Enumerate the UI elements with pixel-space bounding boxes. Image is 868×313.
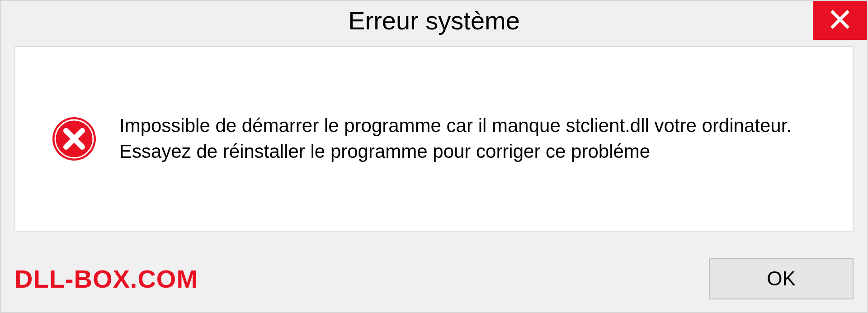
footer: DLL-BOX.COM OK (14, 256, 854, 301)
content-area: Impossible de démarrer le programme car … (14, 46, 854, 232)
error-icon (52, 116, 97, 161)
error-dialog: Erreur système Impossible de démarrer le… (0, 0, 868, 313)
close-icon (830, 9, 850, 31)
close-button[interactable] (813, 1, 867, 40)
dialog-title: Erreur système (348, 6, 520, 35)
error-message: Impossible de démarrer le programme car … (119, 113, 797, 164)
ok-button[interactable]: OK (709, 258, 854, 299)
watermark-text: DLL-BOX.COM (14, 264, 198, 294)
titlebar: Erreur système (1, 1, 867, 40)
